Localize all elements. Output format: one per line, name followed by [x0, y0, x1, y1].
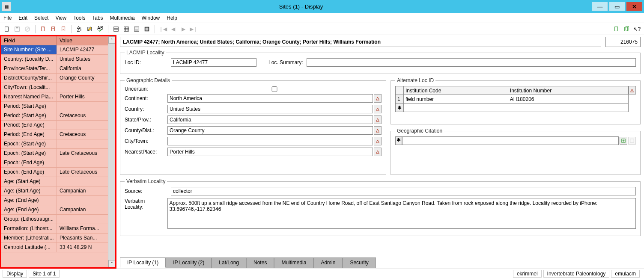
alt-header-num[interactable]: Institution Number — [508, 86, 628, 95]
gc-view-icon[interactable] — [628, 137, 636, 145]
side-header-value[interactable]: Value — [57, 36, 108, 45]
view1-icon[interactable] — [112, 25, 120, 33]
side-field: Age: (Start Age) — [1, 177, 57, 186]
side-row[interactable]: Epoch: (End Age)Late Cretaceous — [1, 168, 108, 177]
menu-view[interactable]: View — [55, 15, 66, 21]
side-row[interactable]: Period: (End Age)Cretaceous — [1, 130, 108, 139]
nav-first-icon[interactable]: ❘◀ — [158, 25, 167, 33]
gc-input[interactable] — [402, 136, 619, 145]
side-row[interactable]: Country: (Locality D...United States — [1, 55, 108, 64]
side-row[interactable]: Age: (End Age) — [1, 196, 108, 205]
cancel-icon[interactable] — [23, 25, 32, 33]
city-lookup-icon[interactable] — [374, 137, 382, 145]
side-row[interactable]: Epoch: (End Age) — [1, 158, 108, 168]
menu-edit[interactable]: Edit — [18, 15, 27, 21]
side-row[interactable]: Age: (End Age)Campanian — [1, 205, 108, 215]
menu-file[interactable]: File — [3, 15, 12, 21]
gc-add-icon[interactable] — [620, 137, 627, 145]
side-row[interactable]: Period: (Start Age)Cretaceous — [1, 111, 108, 121]
continent-lookup-icon[interactable] — [374, 94, 382, 103]
nav-next-icon[interactable]: ▶ — [179, 25, 188, 33]
doc2-icon[interactable] — [49, 25, 58, 33]
side-row[interactable]: Epoch: (Start Age) — [1, 139, 108, 149]
menu-window[interactable]: Window — [142, 15, 160, 21]
loc-id-input[interactable]: LACMIP 42477 — [171, 58, 256, 67]
help-icon[interactable]: ↖? — [633, 25, 641, 33]
county-input[interactable] — [167, 126, 373, 135]
side-row[interactable]: Centroid Latitude (...33 41 48.29 N — [1, 243, 108, 252]
view2-icon[interactable] — [122, 25, 131, 33]
alt-code-cell[interactable]: field number — [404, 95, 508, 104]
nav-last-icon[interactable]: ▶❘ — [189, 25, 198, 33]
tab-admin[interactable]: Admin — [313, 257, 343, 268]
table-row-new[interactable]: ✱ — [396, 104, 629, 112]
side-row[interactable]: Site Number: (Site ...LACMIP 42477 — [1, 45, 108, 55]
menu-help[interactable]: Help — [167, 15, 177, 21]
verbatim-loc-textarea[interactable] — [167, 198, 636, 229]
scroll-down-icon[interactable]: ˅ — [108, 260, 115, 267]
alt-header-code[interactable]: Institution Code — [404, 86, 508, 95]
nav-prev-icon[interactable]: ◀ — [169, 25, 177, 33]
tab-ip-locality-2-[interactable]: IP Locality (2) — [166, 257, 212, 268]
side-value — [57, 177, 108, 186]
menu-tabs[interactable]: Tabs — [92, 15, 103, 21]
tab-lat-long[interactable]: Lat/Long — [212, 257, 246, 268]
side-scrollbar[interactable]: ˄ ˅ — [108, 36, 115, 267]
source-input[interactable] — [171, 187, 636, 195]
side-row[interactable]: Period: (Start Age) — [1, 102, 108, 111]
menu-select[interactable]: Select — [34, 15, 48, 21]
side-row[interactable]: Member: (Lithostrati...Pleasants San... — [1, 234, 108, 243]
view3-icon[interactable] — [132, 25, 141, 33]
side-row[interactable]: Period: (End Age) — [1, 121, 108, 130]
menu-multimedia[interactable]: Multimedia — [110, 15, 135, 21]
alt-lookup-icon[interactable] — [629, 86, 636, 95]
side-row[interactable]: Epoch: (Start Age)Late Cretaceous — [1, 149, 108, 158]
gc-new-row-icon[interactable]: ✱ — [395, 136, 402, 145]
side-row[interactable]: Formation: (Lithostr...Williams Forma... — [1, 224, 108, 234]
doc3-icon[interactable] — [60, 25, 68, 33]
table-row[interactable]: 1field numberAH180206 — [396, 95, 629, 104]
state-input[interactable] — [167, 115, 373, 124]
side-row[interactable]: City/Town: (Localit... — [1, 83, 108, 92]
menu-tools[interactable]: Tools — [73, 15, 85, 21]
nearest-input[interactable] — [167, 148, 373, 156]
svg-rect-8 — [62, 27, 65, 31]
side-row[interactable]: Age: (Start Age)Campanian — [1, 186, 108, 196]
close-button[interactable]: ✕ — [626, 2, 642, 11]
tab-ip-locality-1-[interactable]: IP Locality (1) — [120, 257, 166, 268]
country-lookup-icon[interactable] — [374, 105, 382, 113]
city-input[interactable] — [167, 137, 373, 145]
side-field: Period: (Start Age) — [1, 102, 57, 111]
uncertain-label: Uncertain: — [125, 86, 167, 92]
uncertain-checkbox[interactable] — [167, 86, 382, 92]
sort-icon[interactable]: AZ — [75, 25, 84, 33]
spellcheck-icon[interactable]: ABC — [96, 25, 104, 33]
side-row[interactable]: Group: (Lithostratigr... — [1, 215, 108, 224]
tab-multimedia[interactable]: Multimedia — [274, 257, 313, 268]
attach1-icon[interactable] — [612, 25, 621, 33]
continent-input[interactable] — [167, 94, 373, 103]
view4-icon[interactable] — [143, 25, 151, 33]
edit-icon[interactable] — [86, 25, 94, 33]
nearest-lookup-icon[interactable] — [374, 148, 382, 156]
attach2-icon[interactable] — [623, 25, 631, 33]
new-icon[interactable] — [3, 25, 11, 33]
side-row[interactable]: Age: (Start Age) — [1, 177, 108, 186]
country-input[interactable] — [167, 105, 373, 113]
loc-summary-input[interactable] — [307, 58, 636, 67]
minimize-button[interactable]: — — [592, 2, 608, 11]
tab-notes[interactable]: Notes — [246, 257, 274, 268]
side-row[interactable]: Nearest Named Pla...Porter Hills — [1, 92, 108, 102]
county-lookup-icon[interactable] — [374, 126, 382, 135]
scroll-up-icon[interactable]: ˄ — [108, 36, 115, 44]
tab-security[interactable]: Security — [343, 257, 376, 268]
side-header-field[interactable]: Field — [1, 36, 57, 45]
save-icon[interactable] — [13, 25, 21, 33]
doc1-icon[interactable] — [39, 25, 48, 33]
alt-num-cell[interactable]: AH180206 — [508, 95, 628, 104]
state-lookup-icon[interactable] — [374, 115, 382, 124]
maximize-button[interactable]: ▭ — [609, 2, 625, 11]
svg-rect-6 — [52, 27, 55, 31]
side-row[interactable]: District/County/Shir...Orange County — [1, 74, 108, 83]
side-row[interactable]: Province/State/Ter...California — [1, 64, 108, 74]
